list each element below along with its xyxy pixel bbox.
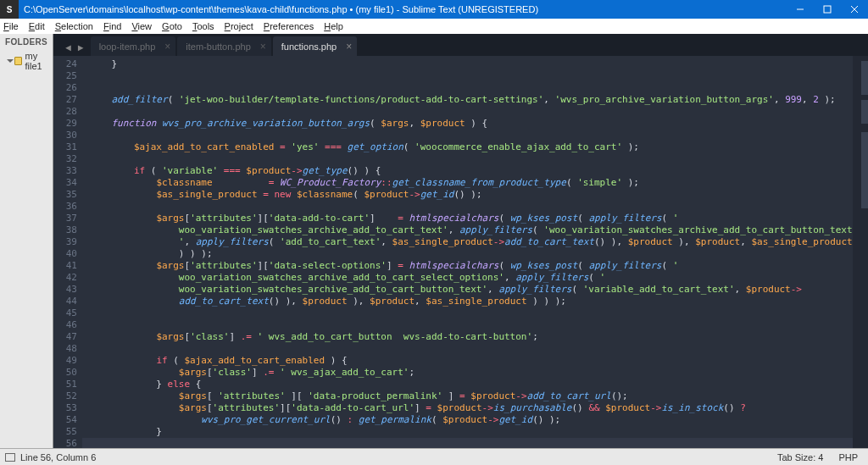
menu-edit[interactable]: Edit: [29, 21, 45, 31]
disclosure-triangle-icon: [7, 59, 14, 63]
window-title: C:\OpenServer\domains\localhost\wp-conte…: [19, 4, 787, 14]
sidebar: FOLDERS my file1: [0, 34, 53, 448]
sidebar-title: FOLDERS: [3, 36, 49, 50]
tab-label: functions.php: [281, 42, 337, 52]
tab-item-button-php[interactable]: item-button.php×: [177, 36, 270, 56]
tab-label: loop-item.php: [99, 42, 156, 52]
menu-help[interactable]: Help: [324, 21, 343, 31]
code-editor[interactable]: } add_filter( 'jet-woo-builder/template-…: [82, 56, 853, 448]
close-button[interactable]: [841, 0, 868, 19]
tab-close-icon[interactable]: ×: [346, 42, 352, 52]
tab-functions-php[interactable]: functions.php×: [273, 36, 357, 56]
maximize-button[interactable]: [814, 0, 841, 19]
menu-find[interactable]: Find: [103, 21, 121, 31]
tab-close-icon[interactable]: ×: [164, 42, 170, 52]
tab-nav-left[interactable]: ◄: [64, 42, 73, 53]
folder-label: my file1: [25, 51, 48, 71]
tab-bar: ◄ ► loop-item.php×item-button.php×functi…: [53, 34, 868, 56]
tab-size[interactable]: Tab Size: 4: [777, 452, 823, 462]
tab-label: item-button.php: [186, 42, 250, 52]
titlebar: S C:\OpenServer\domains\localhost\wp-con…: [0, 0, 868, 19]
folder-root[interactable]: my file1: [3, 50, 49, 72]
menu-selection[interactable]: Selection: [55, 21, 93, 31]
app-icon: S: [0, 0, 19, 19]
line-gutter: 2425262728293031323334353637383940414243…: [53, 56, 82, 448]
menu-project[interactable]: Project: [225, 21, 253, 31]
minimap[interactable]: [853, 56, 868, 448]
menubar: FileEditSelectionFindViewGotoToolsProjec…: [0, 19, 868, 34]
tab-close-icon[interactable]: ×: [260, 42, 266, 52]
svg-rect-1: [824, 6, 831, 13]
minimize-button[interactable]: [787, 0, 814, 19]
syntax-lang[interactable]: PHP: [838, 452, 858, 462]
tab-loop-item-php[interactable]: loop-item.php×: [91, 36, 176, 56]
menu-preferences[interactable]: Preferences: [264, 21, 314, 31]
menu-file[interactable]: File: [3, 21, 19, 31]
menu-view[interactable]: View: [131, 21, 152, 31]
menu-tools[interactable]: Tools: [192, 21, 214, 31]
tab-nav-right[interactable]: ►: [76, 42, 86, 53]
folder-icon: [14, 57, 22, 65]
panel-icon[interactable]: [5, 453, 15, 462]
statusbar: Line 56, Column 6 Tab Size: 4 PHP: [0, 448, 868, 465]
menu-goto[interactable]: Goto: [162, 21, 182, 31]
cursor-position[interactable]: Line 56, Column 6: [20, 452, 96, 462]
